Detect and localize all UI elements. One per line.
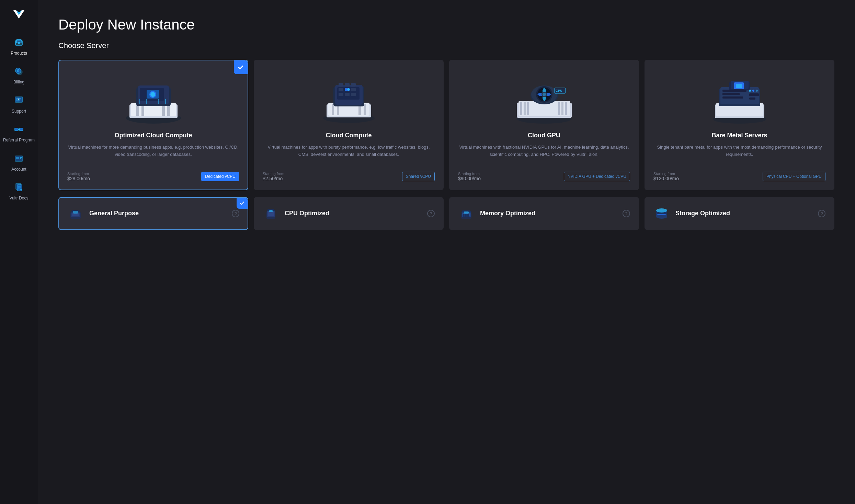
sidebar-item-products[interactable]: Products xyxy=(0,32,38,60)
card-price-bare-metal: Starting from $120.00/mo xyxy=(653,172,679,181)
sidebar-support-label: Support xyxy=(12,109,26,114)
card-optimized-cloud-compute[interactable]: Optimized Cloud Compute Virtual machines… xyxy=(58,60,248,190)
section-title: Choose Server xyxy=(58,41,834,50)
bottom-cards-grid: General Purpose ? CPU Optimized ? xyxy=(58,197,834,230)
price-from-cc: Starting from xyxy=(263,172,284,176)
card-desc-bare-metal: Single tenant bare metal for apps with t… xyxy=(653,144,825,158)
sidebar-billing-label: Billing xyxy=(13,80,24,84)
bottom-help-storage[interactable]: ? xyxy=(818,210,825,217)
referral-icon xyxy=(13,123,25,136)
svg-rect-95 xyxy=(722,96,743,99)
svg-rect-117 xyxy=(465,214,467,217)
card-desc-gpu: Virtual machines with fractional NVIDIA … xyxy=(458,144,630,158)
svg-rect-63 xyxy=(345,93,350,96)
svg-point-96 xyxy=(749,90,751,92)
card-price-cloud-compute: Starting from $2.50/mo xyxy=(263,172,284,181)
svg-point-97 xyxy=(752,90,754,92)
bottom-card-cpu-optimized[interactable]: CPU Optimized ? xyxy=(254,197,444,230)
card-title-bare-metal: Bare Metal Servers xyxy=(711,132,767,139)
svg-text:?: ? xyxy=(17,98,19,101)
bottom-icon-cpu-optimized xyxy=(263,205,279,222)
card-footer-bare-metal: Starting from $120.00/mo Physical CPU + … xyxy=(653,172,825,181)
card-badge-cc[interactable]: Shared vCPU xyxy=(402,172,435,181)
svg-rect-64 xyxy=(351,93,356,96)
card-bare-metal[interactable]: Bare Metal Servers Single tenant bare me… xyxy=(645,60,834,190)
sidebar-item-support[interactable]: ? Support xyxy=(0,90,38,118)
bottom-card-storage-optimized[interactable]: Storage Optimized ? xyxy=(645,197,834,230)
card-cloud-compute[interactable]: Cloud Compute Virtual machines for apps … xyxy=(254,60,444,190)
sidebar-item-docs[interactable]: Vultr Docs xyxy=(0,176,38,205)
price-from-gpu: Starting from xyxy=(458,172,481,176)
bottom-label-memory-optimized: Memory Optimized xyxy=(480,209,535,217)
bottom-label-cpu-optimized: CPU Optimized xyxy=(285,209,329,217)
card-price-gpu: Starting from $90.00/mo xyxy=(458,172,481,181)
bottom-card-general-purpose[interactable]: General Purpose ? xyxy=(58,197,248,230)
price-from-bm: Starting from xyxy=(653,172,679,176)
bottom-card-memory-optimized[interactable]: Memory Optimized ? xyxy=(449,197,639,230)
svg-rect-99 xyxy=(749,93,759,96)
price-amount-cc: $2.50/mo xyxy=(263,176,284,181)
sidebar-account-label: Account xyxy=(11,167,26,172)
svg-rect-93 xyxy=(722,90,746,92)
card-badge-gpu[interactable]: NVIDIA GPU + Dedicated vCPU xyxy=(564,172,630,181)
svg-rect-82 xyxy=(561,102,563,115)
bottom-label-storage-optimized: Storage Optimized xyxy=(675,209,730,217)
svg-rect-78 xyxy=(520,102,522,115)
support-icon: ? xyxy=(13,94,25,107)
svg-rect-62 xyxy=(339,93,343,96)
bottom-check-gp xyxy=(237,198,248,209)
svg-rect-94 xyxy=(722,93,740,95)
card-image-bare-metal xyxy=(705,70,774,125)
bottom-help-memory[interactable]: ? xyxy=(623,210,630,217)
svg-rect-105 xyxy=(73,211,78,214)
price-amount-gpu: $90.00/mo xyxy=(458,176,481,181)
svg-rect-56 xyxy=(339,83,343,87)
card-image-gpu: GPU xyxy=(510,70,579,125)
page-title: Deploy New Instance xyxy=(58,16,834,33)
svg-rect-66 xyxy=(348,88,349,91)
card-title-optimized: Optimized Cloud Compute xyxy=(115,132,192,139)
sidebar: Products $ Billing ? Support xyxy=(0,0,38,504)
card-desc-optimized: Virtual machines for more demanding busi… xyxy=(67,144,239,158)
bottom-icon-storage-optimized xyxy=(653,205,670,222)
card-title-gpu: Cloud GPU xyxy=(528,132,560,139)
sidebar-item-account[interactable]: Account xyxy=(0,148,38,176)
svg-rect-79 xyxy=(524,102,526,115)
card-price-optimized: Starting from $28.00/mo xyxy=(67,172,90,181)
card-badge-optimized[interactable]: Dedicated vCPU xyxy=(201,172,239,181)
billing-icon: $ xyxy=(13,65,25,78)
price-amount-bm: $120.00/mo xyxy=(653,176,679,181)
price-from-optimized: Starting from xyxy=(67,172,90,176)
svg-rect-58 xyxy=(351,83,356,87)
svg-rect-83 xyxy=(565,102,567,115)
selected-check-optimized xyxy=(234,60,248,74)
sidebar-item-billing[interactable]: $ Billing xyxy=(0,60,38,89)
logo[interactable] xyxy=(10,5,28,23)
svg-point-6 xyxy=(18,42,20,44)
products-icon xyxy=(13,36,25,49)
price-amount-optimized: $28.00/mo xyxy=(67,176,90,181)
docs-icon xyxy=(13,181,25,194)
svg-rect-59 xyxy=(339,88,343,91)
svg-text:$: $ xyxy=(17,69,19,73)
bottom-icon-memory-optimized xyxy=(458,205,475,222)
svg-point-75 xyxy=(543,93,546,96)
card-footer-gpu: Starting from $90.00/mo NVIDIA GPU + Ded… xyxy=(458,172,630,181)
card-badge-bm[interactable]: Physical CPU + Optional GPU xyxy=(763,172,825,181)
svg-point-98 xyxy=(756,90,758,92)
bottom-help-gp[interactable]: ? xyxy=(232,210,239,217)
svg-rect-110 xyxy=(269,210,273,212)
svg-rect-13 xyxy=(19,98,21,99)
card-footer-cloud-compute: Starting from $2.50/mo Shared vCPU xyxy=(263,172,435,181)
card-desc-cloud-compute: Virtual machines for apps with bursty pe… xyxy=(263,144,435,158)
sidebar-docs-label: Vultr Docs xyxy=(10,196,28,201)
svg-rect-81 xyxy=(558,102,560,115)
svg-point-41 xyxy=(150,92,155,97)
svg-rect-80 xyxy=(527,102,529,115)
svg-rect-100 xyxy=(749,98,755,100)
svg-rect-118 xyxy=(467,214,469,217)
card-cloud-gpu[interactable]: GPU Cloud GPU Virtual machines with frac… xyxy=(449,60,639,190)
bottom-help-cpu[interactable]: ? xyxy=(427,210,435,217)
account-icon xyxy=(13,152,25,165)
sidebar-item-referral[interactable]: Referral Program xyxy=(0,118,38,147)
